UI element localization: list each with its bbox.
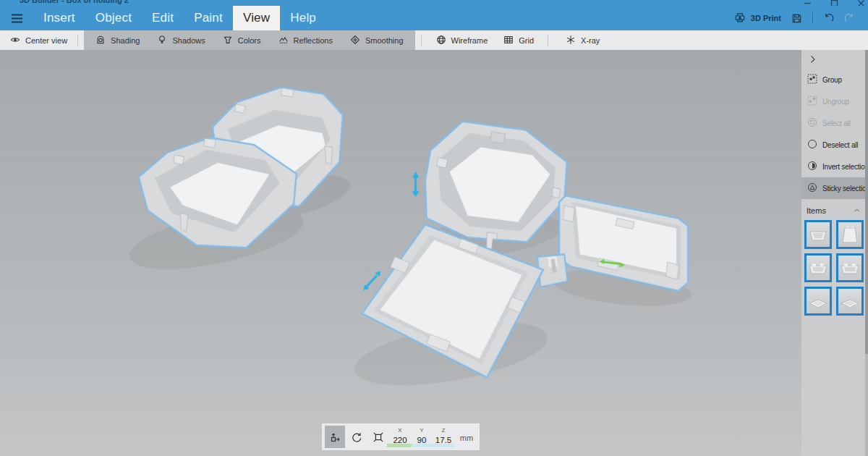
deselect-all-icon bbox=[807, 139, 817, 151]
group-icon bbox=[807, 74, 817, 85]
minimize-icon[interactable] bbox=[804, 0, 812, 6]
group-button[interactable]: Group bbox=[801, 69, 868, 90]
move-handle-diagonal-icon[interactable] bbox=[363, 271, 380, 290]
move-tool-button[interactable] bbox=[325, 426, 345, 448]
print-3d-button[interactable]: 3D Print bbox=[734, 12, 781, 25]
toolbar-separator bbox=[77, 35, 78, 46]
axis-x-color-bar bbox=[387, 444, 412, 447]
window-title: 3D Builder - Box of holding 2 bbox=[20, 0, 129, 4]
shading-toggle[interactable]: Shading bbox=[87, 30, 148, 50]
shading-icon bbox=[95, 35, 106, 46]
paint-cup-icon bbox=[223, 35, 233, 46]
scene-canvas bbox=[0, 50, 801, 456]
menu-insert[interactable]: Insert bbox=[33, 6, 85, 30]
sticky-selection-button[interactable]: Sticky selection bbox=[801, 177, 868, 199]
ungroup-icon bbox=[807, 96, 817, 107]
items-thumbnail-grid bbox=[801, 220, 865, 316]
axis-z-readout[interactable]: Z 17.5 bbox=[433, 428, 454, 444]
xray-toggle[interactable]: X-ray bbox=[558, 30, 608, 50]
item-thumbnail-flat-lid[interactable] bbox=[804, 287, 832, 316]
panel-scrollbar[interactable] bbox=[865, 50, 868, 456]
chevron-right-icon bbox=[808, 54, 817, 65]
eye-icon bbox=[10, 35, 20, 46]
ungroup-button[interactable]: Ungroup bbox=[801, 90, 868, 112]
shadows-toggle[interactable]: Shadows bbox=[148, 30, 213, 50]
chevron-up-icon bbox=[853, 206, 861, 216]
axis-y-readout[interactable]: Y 90 bbox=[411, 428, 433, 444]
titlebar: 3D Builder - Box of holding 2 bbox=[0, 0, 868, 6]
deselect-all-button[interactable]: Deselect all bbox=[801, 134, 868, 156]
selection-panel: Group Ungroup Select all Deselect all In bbox=[801, 50, 868, 456]
maximize-icon[interactable] bbox=[830, 0, 838, 6]
item-thumbnail-open-box[interactable] bbox=[804, 220, 832, 249]
axis-x-readout[interactable]: X 220 bbox=[389, 428, 411, 444]
3d-viewport[interactable]: X 220 Y 90 Z 17.5 mm bbox=[0, 50, 801, 456]
redo-icon[interactable] bbox=[844, 13, 855, 24]
item-thumbnail-open-box-clips[interactable] bbox=[836, 253, 864, 282]
menu-object[interactable]: Object bbox=[85, 6, 142, 30]
reflections-icon bbox=[278, 35, 289, 46]
grid-icon bbox=[503, 35, 514, 46]
xray-icon bbox=[566, 35, 576, 46]
axis-z-label: Z bbox=[442, 428, 446, 434]
lightbulb-icon bbox=[157, 35, 167, 46]
invert-selection-icon bbox=[807, 161, 817, 172]
menu-edit[interactable]: Edit bbox=[142, 6, 184, 30]
grid-toggle[interactable]: Grid bbox=[495, 30, 542, 50]
reflections-toggle[interactable]: Reflections bbox=[270, 30, 341, 50]
undo-icon[interactable] bbox=[823, 13, 834, 24]
wireframe-toggle[interactable]: Wireframe bbox=[428, 30, 496, 50]
close-icon[interactable] bbox=[857, 0, 865, 6]
center-view-button[interactable]: Center view bbox=[0, 30, 75, 50]
transform-toolbar: X 220 Y 90 Z 17.5 mm bbox=[322, 423, 480, 450]
item-thumbnail-standing-lid[interactable] bbox=[836, 220, 864, 249]
smoothing-toggle[interactable]: Smoothing bbox=[341, 30, 412, 50]
axis-yz-color-bar bbox=[412, 444, 455, 447]
rotate-tool-button[interactable] bbox=[346, 426, 367, 448]
scale-tool-button[interactable] bbox=[368, 426, 388, 448]
wireframe-globe-icon bbox=[436, 35, 446, 46]
toolbar-separator bbox=[548, 35, 548, 46]
menu-paint[interactable]: Paint bbox=[184, 6, 233, 30]
item-thumbnail-open-box-clips[interactable] bbox=[804, 253, 832, 282]
save-icon[interactable] bbox=[791, 13, 802, 24]
select-all-button[interactable]: Select all bbox=[801, 112, 868, 134]
3d-builder-window: 3D Builder - Box of holding 2 Insert Obj… bbox=[0, 0, 868, 456]
hamburger-menu-icon[interactable] bbox=[0, 6, 33, 30]
3d-printer-icon bbox=[734, 12, 746, 25]
view-toolbar: Center view Shading Shadows Colors bbox=[0, 30, 868, 50]
menu-help[interactable]: Help bbox=[280, 6, 326, 30]
menubar-separator bbox=[812, 12, 813, 24]
menu-view[interactable]: View bbox=[233, 6, 280, 30]
unit-label: mm bbox=[454, 434, 479, 442]
toolbar-separator bbox=[421, 35, 422, 46]
menubar: Insert Object Edit Paint View Help 3D Pr… bbox=[0, 6, 868, 30]
sticky-selection-icon bbox=[807, 182, 817, 194]
panel-collapse-button[interactable] bbox=[801, 50, 868, 69]
axis-x-label: X bbox=[398, 428, 401, 434]
colors-toggle[interactable]: Colors bbox=[214, 30, 270, 50]
render-toggles-group: Shading Shadows Colors Reflections bbox=[84, 30, 414, 50]
item-thumbnail-flat-lid[interactable] bbox=[836, 287, 864, 316]
items-section-header[interactable]: Items bbox=[801, 201, 868, 220]
select-all-icon bbox=[807, 117, 817, 129]
scrollbar-thumb[interactable] bbox=[865, 50, 868, 354]
smoothing-icon bbox=[350, 35, 360, 46]
axis-y-label: Y bbox=[420, 428, 423, 434]
invert-selection-button[interactable]: Invert selection bbox=[801, 156, 868, 177]
move-handle-vertical-icon[interactable] bbox=[412, 172, 420, 197]
